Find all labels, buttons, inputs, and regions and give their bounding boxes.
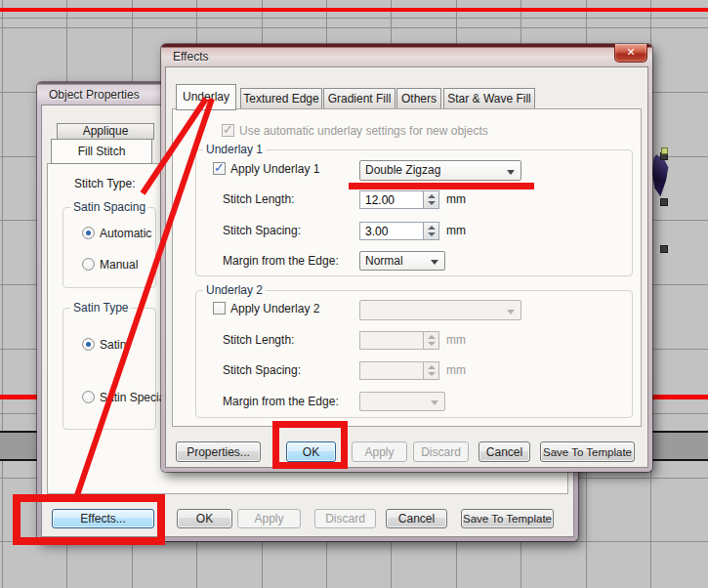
u1-stitch-length-input[interactable] [359,190,424,209]
close-button[interactable]: ✕ [614,44,647,63]
spin-down-icon [428,372,436,376]
chevron-down-icon [507,170,515,175]
u2-stitch-length-input [359,331,424,350]
radio-manual-label[interactable]: Manual [100,258,138,272]
op-ok-button[interactable]: OK [177,509,232,528]
apply-underlay-1-checkbox[interactable] [213,162,226,175]
u2-margin-dropdown [359,392,445,411]
chevron-down-icon [431,400,438,405]
underlay2-type-dropdown [359,300,521,320]
satin-spacing-group [62,207,156,288]
radio-manual[interactable] [82,258,95,271]
u1-margin-label: Margin from the Edge: [223,254,339,268]
radio-satin-special-label[interactable]: Satin Special [100,391,168,404]
underlay1-type-dropdown[interactable]: Double Zigzag [359,160,521,181]
u2-stitch-length-spinner [423,331,439,350]
spin-up-icon[interactable] [428,226,436,230]
satin-type-group [62,308,156,430]
spin-up-icon [428,365,436,369]
effects-dialog: Effects ✕ Underlay Textured Edge Gradien… [161,44,652,472]
u2-stitch-spacing-label: Stitch Spacing: [223,363,301,377]
embroidery-app-canvas: Object Properties Applique Fill Stitch S… [0,0,708,588]
chevron-down-icon [431,260,438,265]
tab-underlay[interactable]: Underlay [176,84,236,110]
radio-satin-special[interactable] [82,391,95,403]
close-icon: ✕ [626,46,635,58]
fx-ok-button[interactable]: OK [286,441,336,462]
fx-apply-button[interactable]: Apply [352,441,407,462]
op-discard-button[interactable]: Discard [314,509,376,528]
selection-handle[interactable] [660,198,668,206]
effects-title: Effects [173,50,208,63]
stitch-start-marker [661,147,668,154]
radio-satin-label[interactable]: Satin [100,338,126,352]
stitch-type-label: Stitch Type: [74,177,135,190]
apply-underlay-1-label[interactable]: Apply Underlay 1 [230,162,319,176]
u2-stitch-spacing-input [359,361,424,380]
u2-margin-label: Margin from the Edge: [223,395,339,408]
u2-stitch-length-unit: mm [446,333,466,347]
u1-stitch-spacing-unit: mm [446,224,466,237]
u2-stitch-spacing-spinner [423,361,439,380]
object-properties-title: Object Properties [49,88,140,102]
spin-down-icon [428,342,436,346]
spin-down-icon[interactable] [428,232,436,236]
fx-cancel-button[interactable]: Cancel [479,441,530,462]
u1-stitch-length-unit: mm [446,192,466,206]
u1-margin-value: Normal [365,254,403,268]
effects-button[interactable]: Effects... [52,509,154,528]
fx-save-to-template-button[interactable]: Save To Template [540,441,635,462]
satin-type-group-label: Satin Type [70,301,131,315]
auto-underlay-label: Use automatic underlay settings for new … [239,124,488,138]
op-save-to-template-button[interactable]: Save To Template [461,509,554,528]
op-apply-button[interactable]: Apply [237,509,301,528]
tab-star-wave-fill[interactable]: Star & Wave Fill [443,88,535,110]
canvas-red-guideline-top [0,8,708,12]
op-cancel-button[interactable]: Cancel [386,509,447,528]
chevron-down-icon [507,310,515,315]
satin-spacing-group-label: Satin Spacing [70,200,148,214]
fx-discard-button[interactable]: Discard [413,441,469,462]
u1-stitch-spacing-input[interactable] [359,222,424,240]
selection-handle[interactable] [660,245,668,253]
radio-automatic[interactable] [82,227,95,239]
tab-fill-stitch[interactable]: Fill Stitch [51,139,152,164]
u1-margin-dropdown[interactable]: Normal [359,251,445,271]
auto-underlay-checkbox[interactable] [222,124,234,137]
radio-satin[interactable] [82,338,95,351]
underlay2-group-label: Underlay 2 [203,283,266,297]
u1-stitch-spacing-spinner[interactable] [423,222,439,240]
u1-stitch-length-spinner[interactable] [423,190,439,209]
apply-underlay-2-label[interactable]: Apply Underlay 2 [230,302,319,315]
u2-stitch-spacing-unit: mm [446,363,466,377]
underlay1-group-label: Underlay 1 [203,143,266,156]
fx-properties-button[interactable]: Properties... [176,441,261,462]
spin-up-icon [428,335,436,339]
spin-up-icon[interactable] [428,194,436,198]
spin-down-icon[interactable] [428,201,436,205]
tab-gradient-fill[interactable]: Gradient Fill [323,88,396,110]
embroidery-object[interactable] [650,153,670,200]
radio-automatic-label[interactable]: Automatic [100,227,151,240]
u1-stitch-spacing-label: Stitch Spacing: [223,224,301,237]
underlay1-type-value: Double Zigzag [365,163,440,177]
tab-textured-edge[interactable]: Textured Edge [240,88,322,110]
u2-stitch-length-label: Stitch Length: [223,333,294,347]
tab-others[interactable]: Others [396,88,441,110]
tab-applique[interactable]: Applique [57,123,154,140]
apply-underlay-2-checkbox[interactable] [213,302,226,315]
u1-stitch-length-label: Stitch Length: [223,192,294,206]
